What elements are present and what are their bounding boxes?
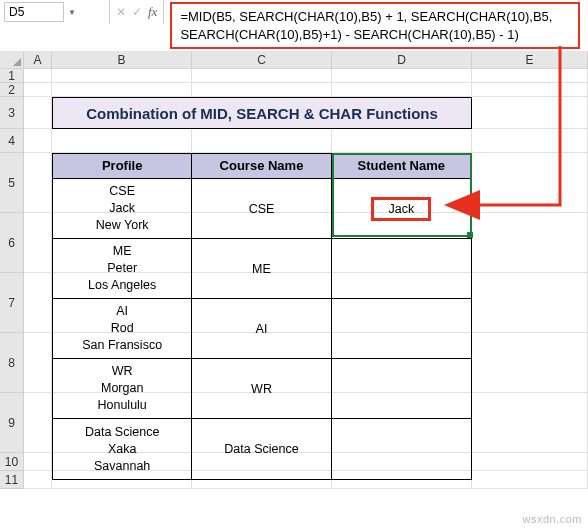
cell-course[interactable]: Data Science [192,419,331,479]
header-student: Student Name [332,154,471,178]
row-header-4[interactable]: 4 [0,129,24,153]
fx-icon[interactable]: fx [148,4,157,20]
row-header-6[interactable]: 6 [0,213,24,273]
cell-student[interactable] [332,419,471,479]
col-header-A[interactable]: A [24,51,52,68]
cell-student[interactable] [332,299,471,358]
cell-student[interactable] [332,239,471,298]
cell-profile[interactable]: AI Rod San Fransisco [53,299,192,358]
data-table: Profile Course Name Student Name CSE Jac… [52,153,472,480]
cell-student[interactable] [332,359,471,418]
col-header-D[interactable]: D [332,51,472,68]
row-headers: 1 2 3 4 5 6 7 8 9 10 11 [0,69,24,489]
cell-course[interactable]: AI [192,299,331,358]
name-box-wrap: D5 ▼ [0,0,110,24]
highlighted-result: Jack [371,197,431,221]
header-profile: Profile [53,154,192,178]
row-header-11[interactable]: 11 [0,471,24,489]
table-row: CSE Jack New York CSE Jack [53,179,471,239]
cells-area[interactable]: Combination of MID, SEARCH & CHAR Functi… [24,69,588,489]
column-header-row: A B C D E [0,51,588,69]
formula-line-2: SEARCH(CHAR(10),B5)+1) - SEARCH(CHAR(10)… [180,26,570,44]
cell-profile[interactable]: CSE Jack New York [53,179,192,238]
row-header-3[interactable]: 3 [0,97,24,129]
row-header-8[interactable]: 8 [0,333,24,393]
confirm-formula-icon[interactable]: ✓ [132,5,142,19]
table-row: AI Rod San Fransisco AI [53,299,471,359]
col-header-C[interactable]: C [192,51,332,68]
sheet-title: Combination of MID, SEARCH & CHAR Functi… [52,97,472,129]
row-header-1[interactable]: 1 [0,69,24,83]
formula-bar-area: D5 ▼ ✕ ✓ fx =MID(B5, SEARCH(CHAR(10),B5)… [0,0,588,51]
cell-course[interactable]: WR [192,359,331,418]
row-header-2[interactable]: 2 [0,83,24,97]
cell-profile[interactable]: ME Peter Los Angeles [53,239,192,298]
table-header-row: Profile Course Name Student Name [53,154,471,179]
table-row: ME Peter Los Angeles ME [53,239,471,299]
watermark: wsxdn.com [522,513,582,525]
name-box[interactable]: D5 [4,2,64,22]
spreadsheet-grid: 1 2 3 4 5 6 7 8 9 10 11 Combination of M… [0,69,588,489]
formula-input[interactable]: =MID(B5, SEARCH(CHAR(10),B5) + 1, SEARCH… [170,2,580,49]
select-all-corner[interactable] [0,51,24,68]
row-header-7[interactable]: 7 [0,273,24,333]
name-box-dropdown-icon[interactable]: ▼ [68,8,76,17]
table-row: WR Morgan Honululu WR [53,359,471,419]
row-header-9[interactable]: 9 [0,393,24,453]
col-header-E[interactable]: E [472,51,588,68]
cell-student[interactable]: Jack [332,179,471,238]
formula-controls: ✕ ✓ fx [110,0,164,24]
table-row: Data Science Xaka Savannah Data Science [53,419,471,479]
header-course: Course Name [192,154,331,178]
row-header-10[interactable]: 10 [0,453,24,471]
cell-profile[interactable]: WR Morgan Honululu [53,359,192,418]
col-header-B[interactable]: B [52,51,192,68]
cell-course[interactable]: CSE [192,179,331,238]
cell-course[interactable]: ME [192,239,331,298]
cancel-formula-icon[interactable]: ✕ [116,5,126,19]
name-box-value: D5 [9,5,24,19]
cell-profile[interactable]: Data Science Xaka Savannah [53,419,192,479]
row-header-5[interactable]: 5 [0,153,24,213]
formula-line-1: =MID(B5, SEARCH(CHAR(10),B5) + 1, SEARCH… [180,8,570,26]
